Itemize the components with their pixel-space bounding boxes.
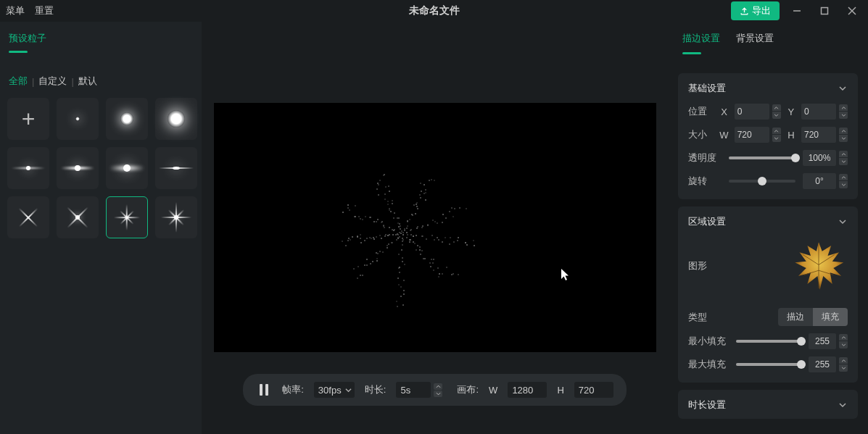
rotation-slider[interactable] [729, 180, 795, 183]
x-label: X [719, 107, 728, 117]
window-close-button[interactable] [842, 4, 862, 18]
size-label: 大小 [688, 128, 714, 141]
min-fill-spinner[interactable] [839, 334, 848, 349]
section-duration: 时长设置 [678, 390, 858, 419]
w-label: W [719, 130, 728, 141]
min-fill-slider[interactable] [736, 340, 801, 343]
preset-flare-3[interactable] [106, 147, 148, 189]
preset-big[interactable] [155, 98, 197, 140]
duration-spinner[interactable] [434, 383, 442, 397]
preset-star-4[interactable] [155, 196, 197, 238]
shape-thumbnail[interactable] [790, 237, 848, 295]
fps-label: 帧率: [282, 383, 304, 396]
fps-select[interactable]: 30fps [314, 382, 355, 398]
canvas-width-input[interactable] [508, 382, 547, 398]
position-y-spinner[interactable] [839, 104, 848, 119]
pause-button[interactable] [256, 382, 272, 398]
filter-all[interactable]: 全部 [9, 75, 28, 88]
max-fill-slider[interactable] [736, 363, 801, 366]
section-area: 区域设置 图形 类型 描边 填充 [678, 206, 858, 383]
position-label: 位置 [688, 105, 714, 118]
section-basic: 基础设置 位置 X Y 大小 W H 透明 [678, 73, 858, 199]
duration-input[interactable] [396, 382, 431, 398]
duration-label: 时长: [365, 383, 387, 396]
tab-stroke-settings[interactable]: 描边设置 [682, 32, 720, 49]
opacity-spinner[interactable] [839, 151, 848, 165]
type-label: 类型 [688, 311, 717, 324]
canvas-panel: 帧率: 30fps 时长: 画布: W H [202, 22, 668, 434]
cursor-icon [561, 268, 571, 283]
preset-grid: + [7, 98, 194, 238]
canvas-label: 画布: [457, 383, 479, 396]
rotation-spinner[interactable] [839, 174, 848, 188]
preset-flare-2[interactable] [57, 147, 99, 189]
playback-bar: 帧率: 30fps 时长: 画布: W H [243, 374, 627, 406]
section-duration-toggle[interactable] [838, 400, 848, 410]
svg-rect-1 [822, 8, 828, 14]
maple-leaf-icon [790, 238, 847, 294]
size-w-spinner[interactable] [772, 128, 781, 142]
window-minimize-button[interactable] [787, 4, 807, 18]
section-area-toggle[interactable] [838, 217, 848, 227]
preset-dot[interactable] [57, 98, 99, 140]
max-fill-spinner[interactable] [839, 357, 848, 372]
position-x-input[interactable] [735, 104, 769, 120]
preset-flare-4[interactable] [155, 147, 197, 189]
min-fill-label: 最小填充 [688, 335, 729, 348]
properties-panel: 描边设置 背景设置 基础设置 位置 X Y 大小 W [668, 22, 868, 434]
preset-filter-row: 全部 | 自定义 | 默认 [7, 75, 194, 88]
title-bar: 菜单 重置 未命名文件 导出 [0, 0, 868, 22]
y-label: Y [787, 107, 795, 117]
size-h-spinner[interactable] [839, 128, 848, 142]
section-basic-toggle[interactable] [838, 83, 848, 93]
preset-star-1[interactable] [7, 196, 49, 238]
filter-default[interactable]: 默认 [78, 75, 97, 88]
canvas-height-input[interactable] [574, 382, 613, 398]
min-fill-value: 255 [809, 333, 836, 349]
section-duration-title: 时长设置 [688, 398, 726, 412]
rotation-label: 旋转 [688, 175, 722, 188]
h-label: H [787, 130, 795, 141]
canvas-h-label: H [557, 385, 563, 396]
shape-label: 图形 [688, 259, 717, 272]
rotation-value: 0° [803, 173, 836, 189]
size-w-input[interactable] [735, 127, 769, 143]
reset-button[interactable]: 重置 [35, 4, 54, 17]
filter-custom[interactable]: 自定义 [38, 75, 67, 88]
document-title: 未命名文件 [409, 4, 460, 17]
preset-medium[interactable] [106, 98, 148, 140]
export-button[interactable]: 导出 [731, 1, 780, 20]
type-segmented[interactable]: 描边 填充 [778, 308, 848, 326]
preview-canvas[interactable] [214, 103, 656, 352]
section-basic-title: 基础设置 [688, 82, 726, 95]
type-stroke-option[interactable]: 描边 [778, 308, 813, 326]
max-fill-label: 最大填充 [688, 358, 729, 371]
type-fill-option[interactable]: 填充 [813, 308, 848, 326]
opacity-value: 100% [803, 150, 836, 166]
preset-panel: 预设粒子 全部 | 自定义 | 默认 + [0, 22, 202, 434]
preset-star-3[interactable] [106, 196, 148, 238]
section-area-title: 区域设置 [688, 215, 726, 228]
tab-background-settings[interactable]: 背景设置 [736, 32, 774, 49]
position-x-spinner[interactable] [772, 104, 781, 119]
preset-add[interactable]: + [7, 98, 49, 140]
menu-button[interactable]: 菜单 [6, 4, 25, 17]
preset-flare-1[interactable] [7, 147, 49, 189]
opacity-label: 透明度 [688, 151, 722, 164]
preset-star-2[interactable] [57, 196, 99, 238]
size-h-input[interactable] [801, 127, 836, 143]
position-y-input[interactable] [801, 104, 836, 120]
export-icon [740, 7, 749, 16]
opacity-slider[interactable] [729, 157, 795, 159]
canvas-w-label: W [489, 385, 497, 396]
max-fill-value: 255 [809, 356, 836, 372]
window-maximize-button[interactable] [814, 4, 835, 18]
tab-preset-particles[interactable]: 预设粒子 [9, 32, 46, 49]
